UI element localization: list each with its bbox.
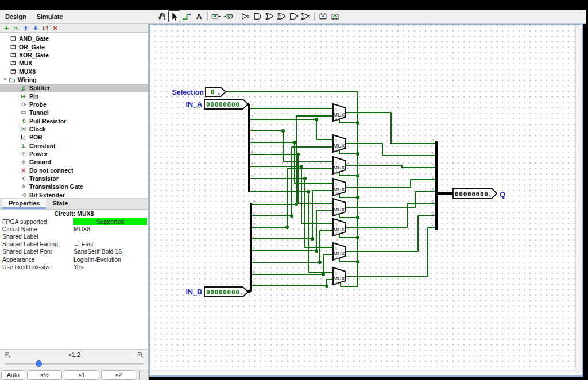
tree-item-ground[interactable]: Ground [0, 158, 148, 166]
tree-item-and-gate[interactable]: AND_Gate [0, 34, 148, 42]
wire-junction [290, 214, 293, 218]
vertical-scrollbar[interactable] [575, 25, 582, 371]
tree-item-bit-extender[interactable]: Bit Extender [0, 191, 148, 199]
splitter-a-bit-label: 1 [251, 115, 253, 119]
tree-item-pull-resistor[interactable]: Pull Resistor [0, 117, 148, 125]
tree-item-mux8[interactable]: MUX8 [0, 67, 148, 75]
splitter-out-bit-label: 3 [431, 175, 434, 179]
zoom-button-1[interactable]: ×½ [27, 370, 62, 380]
wire-junction [325, 284, 328, 288]
property-value[interactable]: → East [74, 241, 147, 247]
zoom-in-icon[interactable] [136, 351, 144, 359]
wire [339, 194, 358, 197]
in-b-pin[interactable]: 00000000bIN_B [186, 287, 248, 297]
or-gate-tool[interactable] [264, 11, 275, 22]
tree-item-por[interactable]: POR [0, 133, 148, 141]
mux-caption: MUX [334, 165, 345, 170]
wire [251, 231, 333, 262]
zoom-button-3[interactable]: ×2 [101, 370, 136, 380]
property-value[interactable]: Supported [74, 218, 147, 225]
wire [251, 147, 333, 216]
tree-item-label: Pull Resistor [29, 118, 66, 125]
wire-junction [296, 153, 300, 156]
tree-item-or-gate[interactable]: OR_Gate [0, 42, 148, 51]
in-a-pin[interactable]: 00000000bIN_A [186, 99, 248, 109]
tree-item-pin[interactable]: Pin [0, 92, 148, 100]
properties-table: FPGA supportedSupportedCircuit NameMUX8S… [0, 218, 148, 270]
output-pin-tool[interactable] [223, 11, 234, 22]
tree-item-transistor[interactable]: Transistor [0, 175, 148, 183]
poke-tool[interactable] [156, 11, 167, 22]
pin-label: IN_B [186, 288, 202, 296]
mux-4[interactable]: 0MUX0 [333, 199, 346, 216]
zoom-button-2[interactable]: ×1 [64, 370, 99, 380]
move-down-icon[interactable] [31, 24, 40, 32]
zoom-out-icon[interactable] [3, 351, 11, 359]
edit-appearance-icon[interactable] [41, 24, 49, 32]
mux-5[interactable]: 0MUX0 [333, 219, 346, 236]
nor-gate-tool[interactable] [300, 11, 311, 22]
nand-gate-tool[interactable] [288, 11, 299, 22]
property-value[interactable]: Yes [74, 263, 147, 270]
wire-junction [307, 190, 310, 193]
not-gate-tool[interactable] [240, 11, 251, 22]
selection-pin[interactable]: 0bSelection [172, 87, 226, 96]
mux-2[interactable]: 0MUX0 [333, 157, 346, 174]
tree-item-wiring[interactable]: ▼Wiring [0, 76, 148, 84]
edit-tool[interactable] [168, 10, 180, 22]
zoom-button-auto[interactable]: Auto [1, 370, 25, 380]
canvas[interactable]: 0123456701234567012345670MUX00MUX00MUX00… [149, 24, 583, 377]
tree-item-clock[interactable]: Clock [0, 125, 148, 133]
tree-item-probe[interactable]: Probe [0, 100, 148, 108]
move-up-icon[interactable] [21, 24, 30, 32]
input-pin-tool[interactable] [211, 11, 222, 22]
tree-item-constant[interactable]: 1Constant [0, 141, 148, 149]
splitter-icon [20, 84, 28, 92]
horizontal-scrollbar[interactable] [150, 370, 576, 375]
zoom-buttons: Auto×½×1×2 [0, 369, 148, 380]
tree-item-xor-gate[interactable]: XOR_Gate [0, 51, 148, 59]
property-value[interactable]: Logisim-Evolution [74, 256, 147, 263]
canvas-outer: 0123456701234567012345670MUX00MUX00MUX00… [149, 24, 586, 380]
resize-gripper[interactable] [139, 371, 147, 379]
wiring-tool[interactable] [181, 11, 192, 22]
xor-gate-tool[interactable] [276, 11, 287, 22]
q-pin[interactable]: 00000000bQ [453, 188, 505, 199]
splitter-out-bit-label: 7 [431, 223, 434, 227]
menu-simulate[interactable]: Simulate [32, 10, 68, 23]
property-label: Shared Label Font [0, 248, 74, 255]
expander-icon[interactable]: ▼ [2, 77, 8, 82]
tree-item-tunnel[interactable]: Tunnel [0, 108, 148, 117]
tree-item-splitter[interactable]: Splitter [0, 84, 148, 92]
ground-icon [20, 158, 28, 166]
wire-junction [356, 174, 359, 177]
add-vhdl-icon[interactable]: L [11, 24, 20, 32]
zoom-slider-track[interactable] [5, 363, 144, 365]
mux-1[interactable]: 0MUX0 [333, 135, 346, 152]
and-gate-tool[interactable] [252, 11, 263, 22]
tree-item-mux[interactable]: MUX [0, 59, 148, 67]
property-value[interactable]: SansSerif Bold 16 [74, 248, 147, 255]
menu-design[interactable]: Design [0, 10, 32, 23]
mux-0[interactable]: 0MUX0 [333, 104, 346, 121]
add-circuit-icon[interactable] [2, 24, 10, 32]
property-value[interactable]: MUX8 [74, 226, 147, 232]
tab-properties[interactable]: Properties [2, 199, 46, 209]
mux-caption: MUX [334, 112, 345, 118]
mux-3[interactable]: 0MUX0 [333, 179, 346, 196]
tree-item-do-not-connect[interactable]: Do not connect [0, 166, 148, 175]
tree-item-label: Transistor [29, 175, 59, 182]
tree-item-transmission-gate[interactable]: Transmission Gate [0, 183, 148, 191]
tree-item-power[interactable]: Power [0, 150, 148, 158]
appearance-icon[interactable] [330, 11, 341, 22]
mux-7[interactable]: 0MUX0 [333, 267, 346, 285]
chip-icon [9, 43, 17, 51]
panel-tabs: PropertiesState [0, 199, 148, 210]
text-tool[interactable]: A [194, 11, 204, 22]
tab-state[interactable]: State [46, 199, 74, 209]
delete-circuit-icon[interactable] [51, 24, 59, 32]
subcircuit-icon[interactable] [318, 11, 328, 22]
zoom-slider-thumb[interactable] [36, 360, 42, 367]
zoom-bar: ×1.2 [0, 349, 148, 369]
mux-6[interactable]: 0MUX0 [333, 243, 346, 260]
